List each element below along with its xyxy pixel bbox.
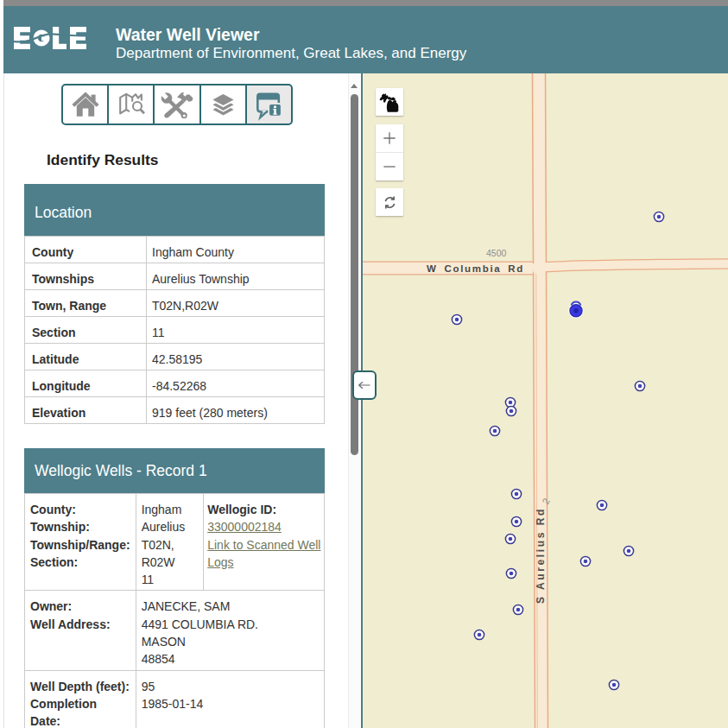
svg-text:S Aurelius Rd: S Aurelius Rd — [535, 507, 547, 604]
svg-text:4500: 4500 — [486, 248, 507, 258]
svg-text:W Columbia Rd: W Columbia Rd — [427, 263, 524, 274]
